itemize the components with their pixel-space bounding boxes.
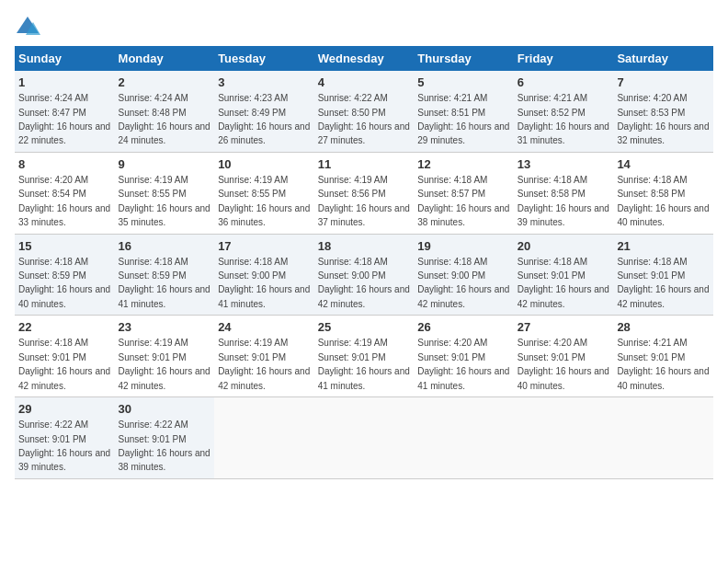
weekday-header-thursday: Thursday: [414, 46, 514, 71]
sunset-info: Sunset: 9:01 PM: [518, 352, 586, 362]
calendar-cell: 1Sunrise: 4:24 AMSunset: 8:47 PMDaylight…: [15, 71, 115, 152]
sunrise-info: Sunrise: 4:19 AM: [318, 175, 388, 185]
day-number: 19: [417, 238, 510, 255]
calendar-cell: [314, 397, 415, 479]
day-number: 18: [318, 238, 411, 255]
calendar-cell: 17Sunrise: 4:18 AMSunset: 9:00 PMDayligh…: [214, 234, 314, 316]
day-number: 23: [119, 319, 211, 336]
weekday-header-monday: Monday: [115, 46, 215, 71]
day-number: 15: [18, 238, 111, 255]
sunrise-info: Sunrise: 4:20 AM: [617, 93, 687, 103]
calendar-cell: 15Sunrise: 4:18 AMSunset: 8:59 PMDayligh…: [15, 234, 115, 316]
day-number: 2: [119, 75, 211, 91]
sunset-info: Sunset: 9:00 PM: [417, 270, 485, 281]
sunrise-info: Sunrise: 4:18 AM: [518, 257, 587, 267]
sunrise-info: Sunrise: 4:19 AM: [218, 338, 288, 348]
daylight-info: Daylight: 16 hours and 42 minutes.: [218, 366, 310, 390]
calendar-cell: 12Sunrise: 4:18 AMSunset: 8:57 PMDayligh…: [414, 152, 514, 234]
calendar-table: SundayMondayTuesdayWednesdayThursdayFrid…: [15, 46, 713, 479]
sunrise-info: Sunrise: 4:18 AM: [18, 338, 88, 348]
sunset-info: Sunset: 9:01 PM: [417, 352, 485, 362]
daylight-info: Daylight: 16 hours and 24 minutes.: [119, 121, 210, 145]
sunset-info: Sunset: 9:01 PM: [218, 352, 286, 362]
day-number: 28: [617, 319, 710, 336]
day-number: 26: [417, 319, 510, 336]
sunrise-info: Sunrise: 4:18 AM: [119, 257, 188, 267]
daylight-info: Daylight: 16 hours and 41 minutes.: [218, 284, 310, 308]
sunset-info: Sunset: 8:58 PM: [617, 189, 685, 199]
daylight-info: Daylight: 16 hours and 27 minutes.: [318, 121, 410, 145]
sunset-info: Sunset: 9:00 PM: [318, 270, 386, 281]
day-number: 1: [18, 75, 111, 91]
sunset-info: Sunset: 8:47 PM: [18, 108, 86, 118]
sunset-info: Sunset: 9:01 PM: [617, 352, 685, 362]
sunrise-info: Sunrise: 4:24 AM: [119, 93, 188, 103]
calendar-cell: 29Sunrise: 4:22 AMSunset: 9:01 PMDayligh…: [15, 397, 115, 479]
calendar-cell: 24Sunrise: 4:19 AMSunset: 9:01 PMDayligh…: [214, 316, 314, 397]
daylight-info: Daylight: 16 hours and 35 minutes.: [119, 203, 210, 227]
sunset-info: Sunset: 9:01 PM: [18, 352, 86, 362]
day-number: 12: [417, 156, 510, 173]
daylight-info: Daylight: 16 hours and 26 minutes.: [218, 121, 310, 145]
calendar-cell: 6Sunrise: 4:21 AMSunset: 8:52 PMDaylight…: [514, 71, 614, 152]
calendar-cell: 27Sunrise: 4:20 AMSunset: 9:01 PMDayligh…: [514, 316, 614, 397]
daylight-info: Daylight: 16 hours and 42 minutes.: [617, 284, 709, 308]
sunrise-info: Sunrise: 4:19 AM: [119, 338, 188, 348]
sunset-info: Sunset: 9:01 PM: [119, 352, 187, 362]
sunset-info: Sunset: 9:01 PM: [18, 434, 86, 444]
day-number: 27: [518, 319, 610, 336]
sunrise-info: Sunrise: 4:18 AM: [18, 257, 88, 267]
day-number: 22: [18, 319, 111, 336]
daylight-info: Daylight: 16 hours and 40 minutes.: [18, 284, 110, 308]
daylight-info: Daylight: 16 hours and 39 minutes.: [18, 448, 110, 472]
sunrise-info: Sunrise: 4:19 AM: [119, 175, 188, 185]
daylight-info: Daylight: 16 hours and 37 minutes.: [318, 203, 410, 227]
calendar-cell: 10Sunrise: 4:19 AMSunset: 8:55 PMDayligh…: [214, 152, 314, 234]
logo: [15, 15, 44, 37]
sunrise-info: Sunrise: 4:20 AM: [18, 175, 88, 185]
calendar-cell: 30Sunrise: 4:22 AMSunset: 9:01 PMDayligh…: [115, 397, 215, 479]
calendar-cell: 18Sunrise: 4:18 AMSunset: 9:00 PMDayligh…: [314, 234, 415, 316]
day-number: 6: [518, 75, 610, 91]
sunrise-info: Sunrise: 4:21 AM: [518, 93, 587, 103]
calendar-week-row: 22Sunrise: 4:18 AMSunset: 9:01 PMDayligh…: [15, 316, 713, 397]
calendar-cell: 28Sunrise: 4:21 AMSunset: 9:01 PMDayligh…: [613, 316, 713, 397]
weekday-header-saturday: Saturday: [613, 46, 713, 71]
daylight-info: Daylight: 16 hours and 42 minutes.: [318, 284, 410, 308]
day-number: 5: [417, 75, 510, 91]
sunset-info: Sunset: 8:51 PM: [417, 108, 485, 118]
calendar-cell: 19Sunrise: 4:18 AMSunset: 9:00 PMDayligh…: [414, 234, 514, 316]
calendar-cell: 13Sunrise: 4:18 AMSunset: 8:58 PMDayligh…: [514, 152, 614, 234]
calendar-week-row: 15Sunrise: 4:18 AMSunset: 8:59 PMDayligh…: [15, 234, 713, 316]
sunrise-info: Sunrise: 4:18 AM: [617, 257, 687, 267]
day-number: 20: [518, 238, 610, 255]
sunset-info: Sunset: 8:55 PM: [218, 189, 286, 199]
daylight-info: Daylight: 16 hours and 40 minutes.: [617, 366, 709, 390]
sunrise-info: Sunrise: 4:24 AM: [18, 93, 88, 103]
sunrise-info: Sunrise: 4:21 AM: [417, 93, 487, 103]
logo-icon: [15, 15, 40, 37]
day-number: 11: [318, 156, 411, 173]
calendar-cell: 20Sunrise: 4:18 AMSunset: 9:01 PMDayligh…: [514, 234, 614, 316]
sunrise-info: Sunrise: 4:22 AM: [18, 419, 88, 430]
sunrise-info: Sunrise: 4:20 AM: [518, 338, 587, 348]
day-number: 8: [18, 156, 111, 173]
daylight-info: Daylight: 16 hours and 41 minutes.: [417, 366, 509, 390]
daylight-info: Daylight: 16 hours and 42 minutes.: [18, 366, 110, 390]
sunrise-info: Sunrise: 4:18 AM: [417, 175, 487, 185]
sunset-info: Sunset: 8:50 PM: [318, 108, 386, 118]
sunset-info: Sunset: 8:53 PM: [617, 108, 685, 118]
weekday-header-sunday: Sunday: [15, 46, 115, 71]
day-number: 21: [617, 238, 710, 255]
daylight-info: Daylight: 16 hours and 40 minutes.: [617, 203, 709, 227]
sunset-info: Sunset: 8:55 PM: [119, 189, 187, 199]
day-number: 14: [617, 156, 710, 173]
weekday-header-row: SundayMondayTuesdayWednesdayThursdayFrid…: [15, 46, 713, 71]
daylight-info: Daylight: 16 hours and 38 minutes.: [417, 203, 509, 227]
daylight-info: Daylight: 16 hours and 42 minutes.: [518, 284, 609, 308]
sunset-info: Sunset: 9:01 PM: [518, 270, 586, 281]
calendar-cell: 5Sunrise: 4:21 AMSunset: 8:51 PMDaylight…: [414, 71, 514, 152]
sunrise-info: Sunrise: 4:18 AM: [417, 257, 487, 267]
calendar-cell: 16Sunrise: 4:18 AMSunset: 8:59 PMDayligh…: [115, 234, 215, 316]
calendar-cell: [214, 397, 314, 479]
